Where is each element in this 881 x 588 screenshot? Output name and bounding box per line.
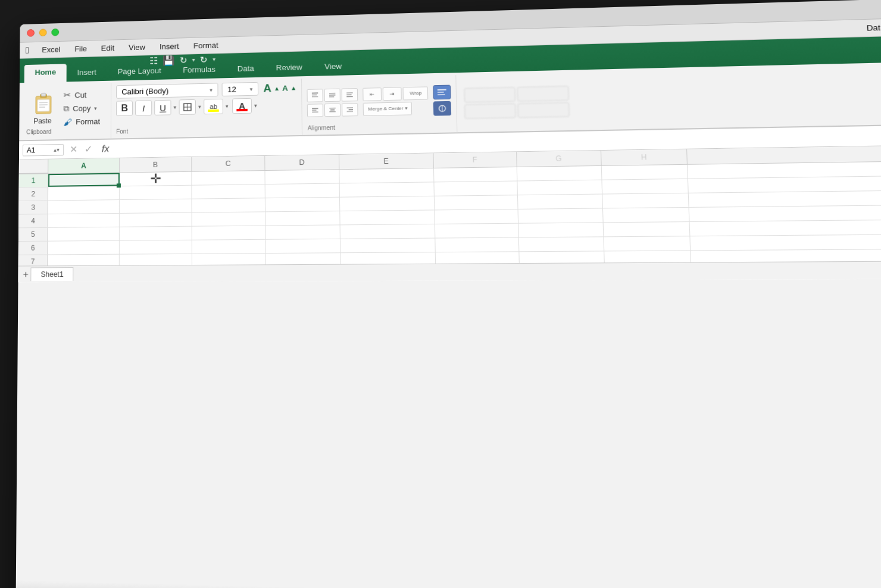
cell-b5[interactable] <box>120 227 192 240</box>
font-color-dropdown[interactable]: ▾ <box>254 103 257 109</box>
tab-home[interactable]: Home <box>24 64 67 83</box>
cell-f3[interactable] <box>435 195 518 209</box>
cell-g4[interactable] <box>518 208 604 223</box>
align-right-button[interactable] <box>342 103 358 117</box>
blue-accent-button-1[interactable] <box>433 85 451 99</box>
cell-g3[interactable] <box>518 195 603 209</box>
cell-b3[interactable] <box>120 199 192 213</box>
tab-review[interactable]: Review <box>265 59 313 77</box>
underline-dropdown[interactable]: ▾ <box>174 104 177 110</box>
row-header-6[interactable]: 6 <box>18 242 48 255</box>
cell-f2[interactable] <box>434 182 518 196</box>
cell-a4[interactable] <box>48 214 120 227</box>
cell-b2[interactable] <box>120 186 192 199</box>
cell-e3[interactable] <box>340 196 435 211</box>
fullscreen-button[interactable] <box>51 29 59 36</box>
cell-f5[interactable] <box>435 224 519 238</box>
cancel-formula-button[interactable]: ✕ <box>67 142 80 156</box>
cell-h4[interactable] <box>603 208 690 222</box>
align-middle-button[interactable] <box>324 88 340 102</box>
row-header-4[interactable]: 4 <box>18 214 48 227</box>
fill-handle[interactable] <box>117 183 121 187</box>
right-btn-4[interactable] <box>518 102 570 118</box>
align-bottom-button[interactable] <box>342 87 358 101</box>
cell-h6[interactable] <box>604 236 691 251</box>
close-button[interactable] <box>27 29 35 37</box>
tab-view[interactable]: View <box>313 58 353 76</box>
cell-g1[interactable] <box>517 166 602 181</box>
cell-g6[interactable] <box>519 237 604 251</box>
cell-d3[interactable] <box>265 198 340 212</box>
menu-excel[interactable]: Excel <box>36 43 67 55</box>
increase-indent-button[interactable]: ⇥ <box>383 87 402 101</box>
highlight-dropdown[interactable]: ▾ <box>226 104 229 110</box>
tab-insert[interactable]: Insert <box>67 64 107 82</box>
cell-e1[interactable] <box>339 168 434 183</box>
underline-button[interactable]: U <box>154 100 171 115</box>
cell-b6[interactable] <box>120 240 192 254</box>
apple-menu-icon[interactable]:  <box>26 45 29 55</box>
menu-edit[interactable]: Edit <box>95 42 120 54</box>
row-header-1[interactable]: 1 <box>19 174 49 187</box>
merge-button[interactable]: Merge & Center ▾ <box>363 102 413 116</box>
cell-c2[interactable] <box>192 184 265 199</box>
decrease-indent-button[interactable]: ⇤ <box>363 87 382 101</box>
add-sheet-button[interactable]: + <box>23 269 28 280</box>
cell-h3[interactable] <box>602 193 689 208</box>
sidebar-toggle-icon[interactable]: ☷ <box>149 55 158 67</box>
undo-icon[interactable]: ↺ <box>179 55 187 65</box>
right-btn-3[interactable] <box>465 104 517 119</box>
cell-b4[interactable] <box>120 213 192 227</box>
save-icon[interactable]: 💾 <box>163 55 174 66</box>
right-btn-2[interactable] <box>517 86 569 101</box>
cut-button[interactable]: ✂ Cut <box>60 88 104 102</box>
decrease-size-caret[interactable]: ▲ <box>290 85 296 91</box>
right-btn-1[interactable] <box>464 87 516 102</box>
cell-e4[interactable] <box>340 210 435 224</box>
menu-insert[interactable]: Insert <box>154 40 185 52</box>
wrap-text-button[interactable]: Wrap <box>403 86 429 100</box>
cell-h1[interactable] <box>602 165 688 180</box>
tab-data[interactable]: Data <box>226 60 265 78</box>
cell-d1[interactable] <box>265 170 339 184</box>
confirm-formula-button[interactable]: ✓ <box>82 142 95 156</box>
border-dropdown[interactable]: ▾ <box>198 104 201 110</box>
decrease-font-size-button[interactable]: A <box>281 84 289 93</box>
menu-view[interactable]: View <box>123 42 151 54</box>
menu-file[interactable]: File <box>68 43 93 54</box>
paste-button[interactable]: Paste <box>26 87 59 127</box>
redo-icon[interactable]: ↻ <box>200 54 208 65</box>
cell-f6[interactable] <box>435 237 519 252</box>
font-size-selector[interactable]: 12 ▾ <box>222 82 259 96</box>
italic-button[interactable]: I <box>135 100 152 115</box>
cell-d2[interactable] <box>265 183 340 198</box>
increase-font-size-button[interactable]: A <box>262 82 273 95</box>
font-color-button[interactable]: A <box>232 98 252 114</box>
cell-c5[interactable] <box>192 226 266 240</box>
font-name-selector[interactable]: Calibri (Body) ▾ <box>116 83 218 98</box>
col-header-f[interactable]: F <box>433 152 517 168</box>
cell-a1[interactable] <box>48 173 120 187</box>
cell-a5[interactable] <box>48 227 120 241</box>
cell-f1[interactable] <box>434 167 517 182</box>
row-header-3[interactable]: 3 <box>18 201 48 214</box>
col-header-g[interactable]: G <box>517 151 602 167</box>
cell-e5[interactable] <box>340 224 436 239</box>
cell-d6[interactable] <box>265 239 340 253</box>
align-left-button[interactable] <box>307 104 323 117</box>
menu-data[interactable]: Data <box>860 21 881 34</box>
cell-a3[interactable] <box>48 200 120 214</box>
bold-button[interactable]: B <box>116 101 133 116</box>
format-painter-button[interactable]: 🖌 Format <box>60 115 104 129</box>
highlight-button[interactable]: ab <box>204 99 223 114</box>
cell-a6[interactable] <box>48 241 119 255</box>
col-header-c[interactable]: C <box>192 156 265 171</box>
cell-h2[interactable] <box>602 179 689 194</box>
menu-format-mac[interactable]: Format <box>188 39 224 51</box>
align-center-button[interactable] <box>324 103 340 117</box>
col-header-e[interactable]: E <box>339 154 434 170</box>
cell-b1[interactable]: ✛ <box>120 172 192 186</box>
cell-g2[interactable] <box>517 180 602 195</box>
col-header-d[interactable]: D <box>265 155 339 170</box>
cell-reference-box[interactable]: A1 ▴▾ <box>23 143 64 156</box>
